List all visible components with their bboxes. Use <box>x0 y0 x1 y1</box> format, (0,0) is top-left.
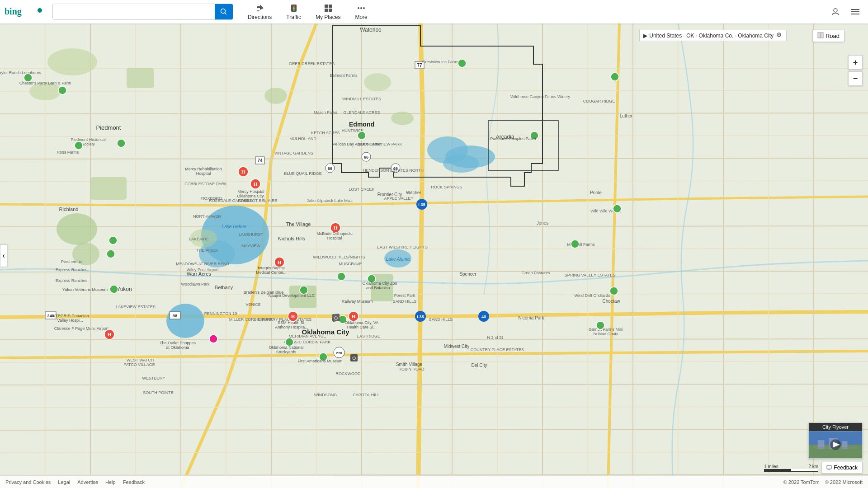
my-places-icon <box>323 3 333 13</box>
zoom-in-button[interactable]: + <box>848 55 863 70</box>
svg-text:Piedmont Historical: Piedmont Historical <box>71 137 106 142</box>
svg-text:66: 66 <box>328 166 332 171</box>
svg-text:Hospital: Hospital <box>327 236 342 240</box>
search-button[interactable] <box>215 4 233 20</box>
svg-text:Mercy Rehabilitation: Mercy Rehabilitation <box>185 167 222 171</box>
svg-text:Witcher: Witcher <box>406 190 422 195</box>
svg-point-19 <box>834 9 837 12</box>
svg-text:SSM Health St.: SSM Health St. <box>278 320 306 325</box>
svg-text:Wildhorse Canyon Farms Winery: Wildhorse Canyon Farms Winery <box>510 94 571 99</box>
svg-text:John Kilpatrick Lake Mu...: John Kilpatrick Lake Mu... <box>307 198 353 203</box>
svg-text:⬡: ⬡ <box>352 356 356 361</box>
footer-copyright: © 2022 TomTom © 2022 Microsoft <box>783 479 863 485</box>
user-button[interactable] <box>827 4 844 20</box>
svg-text:SOUTH POINTE: SOUTH POINTE <box>143 390 174 395</box>
svg-text:H: H <box>334 225 338 230</box>
road-button[interactable]: Road <box>812 30 844 42</box>
svg-text:Clarence F Page Muni. Airport: Clarence F Page Muni. Airport <box>54 326 109 331</box>
svg-text:HENDERSON ESTATES NORTH: HENDERSON ESTATES NORTH <box>363 168 424 173</box>
map-container[interactable]: I-35 I-35 77 74 66 66 270 40 240 98 Wate… <box>0 23 868 488</box>
nav-my-places[interactable]: My Places <box>309 1 347 22</box>
nav-directions[interactable]: Directions <box>241 1 278 22</box>
svg-text:Integris Baptist: Integris Baptist <box>258 266 285 270</box>
search-input[interactable]: Edmond, Oklahoma, United States <box>53 4 215 19</box>
svg-text:INTEGRIS Canadian: INTEGRIS Canadian <box>51 314 89 318</box>
svg-point-233 <box>778 34 780 36</box>
svg-text:The Village: The Village <box>286 221 311 227</box>
svg-text:Parkhurst Pumpkin Patch: Parkhurst Pumpkin Patch <box>490 136 536 141</box>
bing-logo[interactable]: bing <box>5 5 45 19</box>
svg-text:WEST WATCH: WEST WATCH <box>127 358 154 362</box>
svg-text:WINDMILL ESTATES: WINDMILL ESTATES <box>342 97 381 101</box>
svg-point-18 <box>363 7 365 9</box>
svg-text:Wind Drift Orchards: Wind Drift Orchards <box>574 293 610 298</box>
breadcrumb-text: United States · OK · Oklahoma Co. · Okla… <box>649 33 774 39</box>
svg-point-164 <box>117 139 125 147</box>
svg-text:Masch Parks: Masch Parks <box>314 110 338 115</box>
svg-text:VENICE: VENICE <box>245 302 261 307</box>
svg-text:Ross Farms: Ross Farms <box>57 150 79 155</box>
city-flyover-widget[interactable]: City Flyover <box>808 422 863 459</box>
breadcrumb-arrow: ▶ <box>643 33 647 39</box>
svg-text:Nichols Hills: Nichols Hills <box>278 236 305 241</box>
flyover-preview <box>809 431 862 458</box>
svg-text:H: H <box>241 169 245 174</box>
svg-text:Oklahoma City Zoo: Oklahoma City Zoo <box>362 281 397 286</box>
header-right <box>827 4 863 20</box>
svg-text:Lake Hefner: Lake Hefner <box>222 224 247 229</box>
map-controls: + − <box>848 55 863 86</box>
svg-text:CAPITOL HILL: CAPITOL HILL <box>353 393 380 397</box>
directions-icon <box>255 3 265 13</box>
svg-text:77: 77 <box>417 63 422 68</box>
map-background: I-35 I-35 77 74 66 66 270 40 240 98 Wate… <box>0 23 868 488</box>
ms-copyright: © 2022 Microsoft <box>825 479 863 485</box>
svg-text:N 2nd St: N 2nd St <box>487 335 503 340</box>
svg-text:GLENDALE ACRES: GLENDALE ACRES <box>343 110 380 115</box>
svg-text:Woodlawn Park: Woodlawn Park <box>181 282 210 286</box>
footer-privacy[interactable]: Privacy and Cookies <box>5 479 51 485</box>
menu-icon <box>851 9 859 15</box>
svg-text:and Botanica...: and Botanica... <box>366 286 393 290</box>
footer-advertise[interactable]: Advertise <box>77 479 98 485</box>
svg-point-177 <box>571 240 579 248</box>
footer-feedback[interactable]: Feedback <box>123 479 145 485</box>
svg-text:Braden's Belgian Blue: Braden's Belgian Blue <box>244 290 283 295</box>
svg-text:Edmond: Edmond <box>349 121 374 128</box>
svg-point-167 <box>110 285 118 293</box>
svg-text:ROCKWOOD: ROCKWOOD <box>336 371 361 376</box>
svg-point-163 <box>58 86 66 94</box>
svg-line-5 <box>225 13 227 15</box>
breadcrumb[interactable]: ▶ United States · OK · Oklahoma Co. · Ok… <box>639 30 787 41</box>
svg-text:WILDWOOD HILLS/NIGHTS: WILDWOOD HILLS/NIGHTS <box>313 255 365 259</box>
svg-text:DEER CREEK ESTATES: DEER CREEK ESTATES <box>289 61 335 66</box>
nav-traffic[interactable]: Traffic <box>280 1 307 22</box>
svg-text:Spencer: Spencer <box>459 272 476 277</box>
sidebar-toggle[interactable]: ‹ <box>0 244 7 267</box>
menu-button[interactable] <box>847 4 863 20</box>
svg-rect-23 <box>0 23 868 488</box>
header: bing Edmond, Oklahoma, United States Dir… <box>0 0 868 23</box>
feedback-label: Feedback <box>834 465 858 471</box>
collapse-icon: ‹ <box>2 252 5 260</box>
svg-text:Medical Center...: Medical Center... <box>256 270 287 275</box>
svg-point-38 <box>264 88 287 104</box>
map-scale: 1 miles 2 km <box>764 464 818 472</box>
scale-line <box>764 469 818 472</box>
svg-text:Jones: Jones <box>537 221 549 225</box>
svg-text:Crestview Inc Farms: Crestview Inc Farms <box>422 60 460 64</box>
svg-marker-6 <box>257 5 264 10</box>
svg-text:H: H <box>278 259 282 265</box>
svg-text:Stockyards: Stockyards <box>276 350 297 354</box>
nav-more[interactable]: More <box>349 1 373 22</box>
feedback-button[interactable]: Feedback <box>821 462 863 474</box>
footer-help[interactable]: Help <box>105 479 116 485</box>
footer-legal[interactable]: Legal <box>58 479 70 485</box>
svg-text:Valley Hospi...: Valley Hospi... <box>57 318 83 323</box>
zoom-out-button[interactable]: − <box>848 71 863 86</box>
svg-text:Society: Society <box>81 142 95 146</box>
svg-text:LOST CREEK: LOST CREEK <box>349 187 375 192</box>
breadcrumb-settings[interactable] <box>775 32 783 39</box>
svg-text:APPLE VALLEY: APPLE VALLEY <box>384 196 414 201</box>
svg-text:SAND HILLS: SAND HILLS <box>429 317 453 322</box>
svg-text:Oklahoma National: Oklahoma National <box>269 345 304 350</box>
